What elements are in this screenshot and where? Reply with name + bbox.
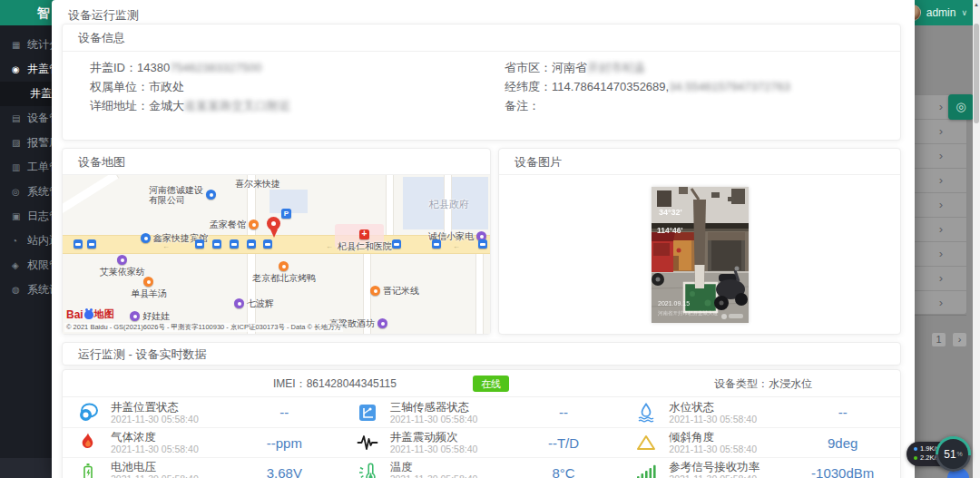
table-row[interactable]: › — [915, 291, 966, 316]
bus-stop-icon[interactable] — [478, 239, 487, 249]
settings-button[interactable]: ◎ — [948, 94, 973, 120]
map-poi-label[interactable]: 晋记米线 — [383, 286, 419, 296]
vibration-icon — [357, 432, 378, 454]
sidebar-item-权限管理[interactable]: ◈权限管理 — [0, 253, 52, 278]
browser-scrollbar[interactable]: ▲ — [973, 0, 980, 478]
map-poi-icon-food-orange[interactable] — [143, 277, 153, 287]
page-number[interactable]: 1 — [931, 332, 946, 347]
chevron-right-icon[interactable]: › — [939, 247, 943, 260]
sensor-text: 气体浓度2021-11-30 05:58:40 — [111, 431, 227, 454]
chevron-right-icon[interactable]: › — [939, 271, 943, 285]
tilt-angle-icon — [635, 432, 657, 454]
device-photo[interactable]: 34°32' 114°46' 2021.09.15 河南省开封市杞县金城大道 — [652, 187, 749, 323]
map-poi-icon-shop-purple[interactable] — [117, 255, 127, 265]
chevron-right-icon[interactable]: › — [939, 149, 943, 162]
sensor-text: 参考信号接收功率2021-11-30 05:58:40 — [669, 461, 785, 478]
sidebar-item-工单管理[interactable]: ▥工单管理 — [0, 155, 52, 180]
sensor-timestamp: 2021-11-30 05:58:40 — [111, 444, 227, 454]
app-logo-text: 智 — [37, 5, 50, 22]
sensor-text: 井盖震动频次2021-11-30 05:58:40 — [390, 431, 506, 454]
map-poi-label[interactable]: 孟家餐馆 — [210, 219, 246, 229]
table-row[interactable]: › — [915, 120, 966, 144]
sidebar-item-设备管理[interactable]: ▤设备管理 — [0, 106, 52, 131]
map-poi-icon-company-blue[interactable] — [206, 190, 216, 200]
table-row[interactable]: › — [915, 267, 966, 291]
sensor-label: 水位状态 — [669, 401, 785, 414]
table-row[interactable]: › — [915, 242, 966, 267]
table-row[interactable]: › — [915, 218, 966, 242]
sidebar-item-统计分析[interactable]: ▦统计分析 — [0, 33, 52, 57]
info-field-label: 井盖ID： — [90, 61, 137, 74]
bus-stop-icon[interactable] — [87, 239, 96, 249]
sidebar-item-label: 井盖 — [30, 86, 52, 102]
sidebar-item-站内通知[interactable]: ◔站内通知 — [0, 229, 52, 253]
chevron-right-icon[interactable]: › — [939, 124, 943, 138]
table-row[interactable]: ›◎ — [915, 95, 966, 120]
bus-stop-icon[interactable] — [247, 239, 256, 249]
chevron-right-icon[interactable]: › — [939, 296, 943, 309]
map-poi-icon-food-orange[interactable] — [370, 286, 380, 296]
map-poi-icon-shop-purple[interactable] — [234, 298, 244, 308]
map-poi-label[interactable]: 喜尔来快捷 — [235, 179, 280, 189]
photo-latitude-overlay: 34°32' — [659, 208, 682, 217]
map-poi-icon-parking-blue[interactable]: P — [281, 209, 291, 219]
sensor-text: 水位状态2021-11-30 05:58:40 — [669, 401, 785, 424]
sensor-label: 井盖位置状态 — [111, 401, 227, 414]
map-poi-label[interactable]: 河南德诚建设有限公司 — [149, 185, 203, 205]
table-row[interactable]: › — [915, 169, 966, 193]
redacted-text: 34.5546157947372763 — [669, 80, 790, 93]
chevron-right-icon[interactable]: › — [939, 198, 943, 211]
sidebar-item-日志管理[interactable]: ▣日志管理 — [0, 204, 52, 229]
sensor-value: -- — [227, 405, 342, 420]
map-road-vertical — [386, 175, 394, 235]
sensor-value: -1030dBm — [785, 465, 900, 478]
bus-stop-icon[interactable] — [212, 239, 221, 249]
chevron-right-icon[interactable]: › — [939, 173, 943, 187]
map-poi-label[interactable]: 杞县仁和医院 — [338, 241, 392, 251]
map-poi-icon-hotel-blue[interactable] — [141, 233, 151, 243]
progress-circle-widget[interactable]: 51% — [936, 436, 971, 472]
background-pagination[interactable]: 1 › — [931, 332, 967, 347]
chevron-right-icon[interactable]: › — [939, 222, 943, 236]
map-poi-icon-food-orange[interactable] — [279, 261, 289, 271]
map-poi-icon-food-orange[interactable] — [249, 219, 259, 229]
sidebar-item-报警历史[interactable]: ▨报警历史 — [0, 131, 52, 155]
page-next-icon[interactable]: › — [952, 332, 967, 347]
info-field: 井盖ID：1438075462383327500 — [90, 58, 290, 77]
device-photo-card: 设备图片 — [498, 148, 901, 335]
bus-stop-icon[interactable] — [392, 239, 401, 249]
map-poi-icon-shop-purple[interactable] — [130, 311, 140, 321]
sidebar-item-系统管理[interactable]: ◎系统管理 — [0, 180, 52, 204]
sidebar-item-井盖[interactable]: 井盖 — [0, 82, 52, 106]
bus-stop-icon[interactable] — [263, 239, 272, 249]
sidebar-item-label: 日志管理 — [27, 209, 52, 224]
temperature-icon — [357, 462, 378, 478]
map-poi-label[interactable]: 好娃娃 — [142, 311, 170, 321]
map-poi-icon-shop-purple[interactable] — [377, 318, 387, 328]
device-photo-title: 设备图片 — [499, 149, 900, 175]
map-poi-label[interactable]: 杞县政府 — [429, 200, 469, 210]
chevron-down-icon: ∨ — [961, 8, 967, 17]
map-poi-label[interactable]: 单县羊汤 — [131, 288, 167, 298]
map-poi-label[interactable]: 七波辉 — [247, 298, 274, 308]
bus-stop-icon[interactable] — [195, 239, 204, 249]
bus-stop-icon[interactable] — [74, 239, 83, 249]
map-poi-label[interactable]: 老京都北京烤鸭 — [252, 273, 316, 283]
map-pin[interactable] — [267, 217, 280, 230]
scrollbar-up-arrow-icon[interactable]: ▲ — [974, 1, 979, 8]
table-row[interactable]: › — [915, 144, 966, 169]
bus-stop-icon[interactable] — [230, 239, 239, 249]
table-row[interactable]: › — [915, 193, 966, 218]
notice-icon: ◔ — [12, 236, 23, 246]
map-poi-label[interactable]: 艾莱依家纺 — [100, 267, 145, 277]
scrollbar-thumb[interactable] — [974, 24, 979, 123]
chevron-right-icon[interactable]: › — [939, 100, 943, 113]
map-poi-icon-hospital-red[interactable]: + — [359, 229, 369, 239]
sidebar-item-系统设置[interactable]: ◍系统设置 — [0, 278, 52, 302]
baidu-map[interactable]: ← ← ← 河南德诚建设有限公司喜尔来快捷孟家餐馆P杞县政府+杞县仁和医院诚信小… — [63, 175, 490, 334]
bus-stop-icon[interactable] — [432, 239, 441, 249]
background-table: ›◎›››››››› — [915, 94, 967, 315]
sidebar: ▦统计分析◉井盖管理井盖▤设备管理▨报警历史▥工单管理◎系统管理▣日志管理◔站内… — [0, 25, 52, 478]
sidebar-item-label: 报警历史 — [27, 135, 52, 151]
sidebar-item-井盖管理[interactable]: ◉井盖管理 — [0, 57, 52, 82]
